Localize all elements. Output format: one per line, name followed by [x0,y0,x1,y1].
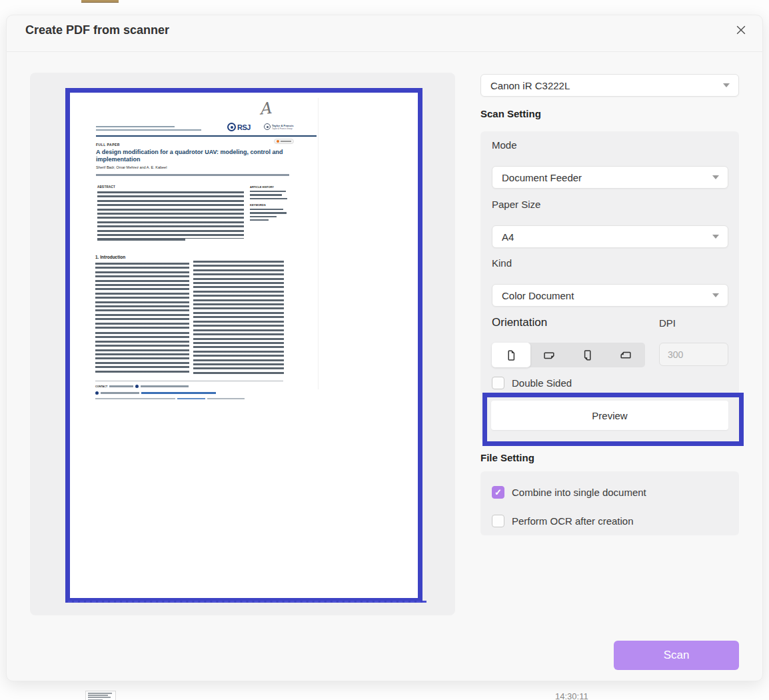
check-for-updates-badge [274,139,294,144]
taylor-francis-icon [264,123,271,130]
dialog-title: Create PDF from scanner [25,23,169,37]
article-history-sidebar: ARTICLE HISTORY KEYWORDS [250,185,290,223]
orientation-landscape-inverted-button[interactable] [607,343,646,367]
chevron-down-icon [723,83,730,87]
copyright-line [95,398,245,399]
taylor-francis-logo: Taylor & Francis Taylor & Francis Group [264,123,294,130]
orientation-portrait-button[interactable] [492,343,530,367]
abstract-text-block [97,191,244,239]
article-history-label: ARTICLE HISTORY [250,185,290,189]
create-pdf-from-scanner-dialog: Create PDF from scanner A RSJ [6,15,763,681]
scanner-select[interactable]: Canon iR C3222L [480,74,739,97]
scan-setting-heading: Scan Setting [480,108,541,119]
combine-checkbox[interactable] [492,486,504,499]
contact-line: CONTACT [95,385,189,388]
double-sided-checkbox[interactable] [492,377,504,389]
abstract-text-block [97,239,185,241]
ocr-label: Perform OCR after creation [512,515,634,527]
scan-preview-area: A RSJ Taylor & Francis Taylor & Francis … [30,73,455,615]
double-sided-label: Double Sided [512,377,572,389]
page-landscape-icon [542,349,556,362]
kind-label: Kind [492,257,512,269]
dpi-input[interactable] [659,343,728,366]
ocr-checkbox[interactable] [492,515,504,527]
ocr-row: Perform OCR after creation [492,515,634,527]
background-toolbar-fragment [81,0,119,3]
body-text-column [95,332,189,375]
journal-meta-line [96,126,175,127]
page-landscape-inverted-icon [619,349,632,362]
paper-size-label: Paper Size [492,199,540,210]
orientation-landscape-button[interactable] [530,343,569,367]
orientation-portrait-inverted-button[interactable] [568,343,607,367]
chevron-down-icon [712,175,719,179]
chevron-down-icon [712,235,719,239]
rsj-gear-icon [227,123,236,131]
article-type-label: FULL PAPER [96,143,120,147]
doi-line [95,391,216,395]
page-portrait-inverted-icon [581,349,594,362]
mode-label: Mode [492,139,517,151]
selection-marquee [68,601,426,603]
body-text-column [95,263,189,329]
rsj-logo: RSJ [227,123,251,131]
paper-affiliation-line [96,174,289,176]
dialog-titlebar: Create PDF from scanner [7,15,762,52]
abstract-label: ABSTRACT [97,185,115,189]
body-text-column [193,261,284,318]
body-text-column [193,321,284,375]
supplementary-icon [95,391,99,395]
close-button[interactable] [732,21,750,39]
footer-rule [95,381,283,381]
scan-artifact-line [318,98,319,389]
preview-button[interactable]: Preview [491,401,728,430]
combine-label: Combine into single document [512,487,646,498]
header-rule [96,135,317,137]
scan-selection-frame[interactable]: A RSJ Taylor & Francis Taylor & Francis … [65,88,422,603]
dpi-label: DPI [659,317,676,329]
mode-select[interactable]: Document Feeder [492,166,728,189]
orientation-toggle-group [492,343,645,367]
combine-row: Combine into single document [492,486,646,499]
orientation-label: Orientation [492,316,547,329]
page-portrait-icon [504,349,518,362]
background-timestamp: 14:30:11 [555,691,588,700]
file-setting-heading: File Setting [480,452,534,463]
document-preview-page: A RSJ Taylor & Francis Taylor & Francis … [70,93,418,598]
keywords-label: KEYWORDS [250,203,290,207]
close-icon [734,23,748,37]
kind-select[interactable]: Color Document [492,284,728,307]
paper-authors: Sherif Badr, Omar Mehrez and A. E. Kabee… [96,165,167,169]
background-file-thumbnail [85,691,116,700]
handwritten-mark: A [259,99,272,119]
chevron-down-icon [712,293,719,297]
double-sided-row: Double Sided [492,377,572,389]
introduction-heading: 1. Introduction [95,255,125,259]
paper-title: A design modification for a quadrotor UA… [96,149,363,163]
scan-button[interactable]: Scan [614,641,739,670]
paper-size-select[interactable]: A4 [492,225,728,248]
email-icon [135,385,139,388]
journal-meta-line [96,129,201,131]
